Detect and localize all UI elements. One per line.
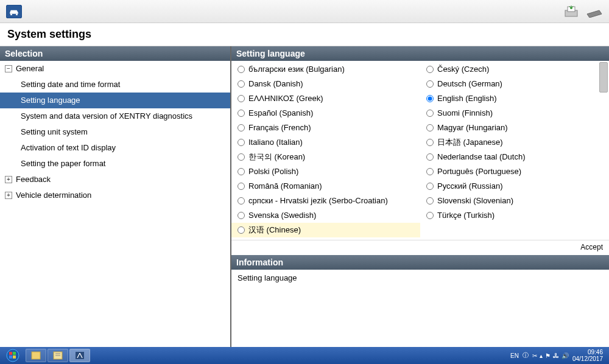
task-app-2[interactable] <box>48 349 68 362</box>
car-icon[interactable] <box>6 5 22 18</box>
language-radio[interactable] <box>238 153 245 161</box>
language-option[interactable]: Slovenski (Slovenian) <box>420 194 609 208</box>
svg-point-2 <box>570 7 572 9</box>
svg-rect-9 <box>32 352 40 359</box>
language-radio[interactable] <box>426 80 434 88</box>
language-option[interactable]: български език (Bulgarian) <box>231 62 420 77</box>
language-radio[interactable] <box>238 95 245 102</box>
language-radio[interactable] <box>426 124 434 131</box>
language-option[interactable]: Română (Romanian) <box>231 179 420 194</box>
expand-icon[interactable]: + <box>5 176 12 183</box>
help-icon[interactable]: ⓘ <box>523 351 529 360</box>
language-option[interactable]: Dansk (Danish) <box>231 77 420 91</box>
language-label: Český (Czech) <box>437 64 489 75</box>
svg-rect-6 <box>13 352 16 355</box>
info-panel: Information Setting language <box>231 255 609 347</box>
language-option[interactable]: ΕΛΛΗΝΙΚΟΣ (Greek) <box>231 91 420 106</box>
tree-item-label: System and data version of XENTRY diagno… <box>21 111 192 122</box>
language-radio[interactable] <box>426 183 434 190</box>
collapse-icon[interactable]: − <box>5 65 12 72</box>
language-label: Español (Spanish) <box>248 108 313 119</box>
language-radio[interactable] <box>238 66 245 73</box>
svg-rect-7 <box>9 355 12 359</box>
tree-item[interactable]: Setting language <box>0 93 230 108</box>
topbar <box>0 0 609 23</box>
language-radio[interactable] <box>426 197 434 205</box>
network-icon[interactable]: 🖧 <box>553 352 559 359</box>
language-radio[interactable] <box>426 153 434 161</box>
tray-chevron[interactable]: ▴ <box>540 352 543 359</box>
language-option[interactable]: Deutsch (German) <box>420 77 609 91</box>
language-option[interactable]: Русский (Russian) <box>420 179 609 194</box>
start-button[interactable] <box>2 348 23 363</box>
language-radio[interactable] <box>238 183 245 190</box>
tree-item-label: Vehicle determination <box>16 190 91 201</box>
accept-button[interactable]: Accept <box>580 243 603 251</box>
volume-icon[interactable]: 🔊 <box>561 352 569 359</box>
language-radio[interactable] <box>238 212 245 219</box>
language-radio[interactable] <box>238 197 245 205</box>
clock-date: 04/12/2017 <box>572 355 603 362</box>
language-radio[interactable] <box>238 168 245 175</box>
language-label: 日本語 (Japanese) <box>437 137 503 148</box>
language-option[interactable]: Italiano (Italian) <box>231 135 420 150</box>
language-radio[interactable] <box>426 139 434 146</box>
language-label: Dansk (Danish) <box>248 79 303 89</box>
language-radio[interactable] <box>238 226 245 234</box>
language-radio[interactable] <box>238 80 245 88</box>
tree-item[interactable]: Setting date and time format <box>0 77 230 93</box>
tree-item[interactable]: −General <box>0 61 230 77</box>
system-tray: EN ⓘ ✂ ▴ ⚑ 🖧 🔊 09:46 04/12/2017 <box>510 349 607 362</box>
tree-item[interactable]: Setting unit system <box>0 124 230 140</box>
language-option[interactable]: Français (French) <box>231 121 420 135</box>
language-label: 한국의 (Korean) <box>248 152 305 163</box>
flag-icon[interactable]: ⚑ <box>545 352 551 359</box>
language-label: Deutsch (German) <box>437 79 502 89</box>
language-radio[interactable] <box>426 110 434 117</box>
language-radio[interactable] <box>426 66 434 73</box>
tool-icon[interactable]: ✂ <box>532 352 537 359</box>
language-option[interactable]: Español (Spanish) <box>231 106 420 121</box>
language-option[interactable]: 한국의 (Korean) <box>231 150 420 164</box>
language-option[interactable]: Türkçe (Turkish) <box>420 208 609 223</box>
scrollbar[interactable] <box>599 62 608 93</box>
language-radio[interactable] <box>426 168 434 175</box>
language-option[interactable]: српски - Hrvatski jezik (Serbo-Croatian) <box>231 194 420 208</box>
language-option[interactable]: Nederlandse taal (Dutch) <box>420 150 609 164</box>
tree-item[interactable]: +Feedback <box>0 172 230 187</box>
language-label: Slovenski (Slovenian) <box>437 195 513 206</box>
language-label: Suomi (Finnish) <box>437 108 493 119</box>
language-radio[interactable] <box>238 139 245 146</box>
language-label: Svenska (Swedish) <box>248 210 316 221</box>
language-radio[interactable] <box>238 110 245 117</box>
printer-icon[interactable] <box>563 4 580 19</box>
language-option[interactable]: English (English) <box>420 91 609 106</box>
clock[interactable]: 09:46 04/12/2017 <box>572 349 603 362</box>
language-option[interactable]: 日本語 (Japanese) <box>420 135 609 150</box>
task-app-1[interactable] <box>26 349 46 362</box>
language-radio[interactable] <box>426 95 434 102</box>
tree-item[interactable]: +Vehicle determination <box>0 187 230 203</box>
language-option[interactable]: Suomi (Finnish) <box>420 106 609 121</box>
language-option[interactable]: Svenska (Swedish) <box>231 208 420 223</box>
tree-item[interactable]: Setting the paper format <box>0 156 230 172</box>
language-grid: български език (Bulgarian)Český (Czech)D… <box>231 61 609 239</box>
tree-item[interactable]: System and data version of XENTRY diagno… <box>0 108 230 124</box>
language-radio[interactable] <box>426 212 434 219</box>
language-option[interactable]: Português (Portuguese) <box>420 164 609 179</box>
tree-item-label: Setting language <box>21 95 80 106</box>
svg-rect-5 <box>9 352 12 355</box>
tree-item-label: Setting date and time format <box>21 79 120 90</box>
language-option[interactable]: 汉语 (Chinese) <box>231 223 420 237</box>
language-radio[interactable] <box>238 124 245 131</box>
tray-icons: ✂ ▴ ⚑ 🖧 🔊 <box>532 352 569 359</box>
scanner-icon[interactable] <box>586 5 603 18</box>
lang-indicator[interactable]: EN <box>510 352 519 359</box>
language-option[interactable]: Magyar (Hungarian) <box>420 121 609 135</box>
language-option[interactable]: Polski (Polish) <box>231 164 420 179</box>
expand-icon[interactable]: + <box>5 192 12 199</box>
tree-item[interactable]: Activation of text ID display <box>0 140 230 156</box>
language-option[interactable]: Český (Czech) <box>420 62 609 77</box>
task-app-3[interactable] <box>69 349 90 362</box>
taskbar: EN ⓘ ✂ ▴ ⚑ 🖧 🔊 09:46 04/12/2017 <box>0 347 609 364</box>
